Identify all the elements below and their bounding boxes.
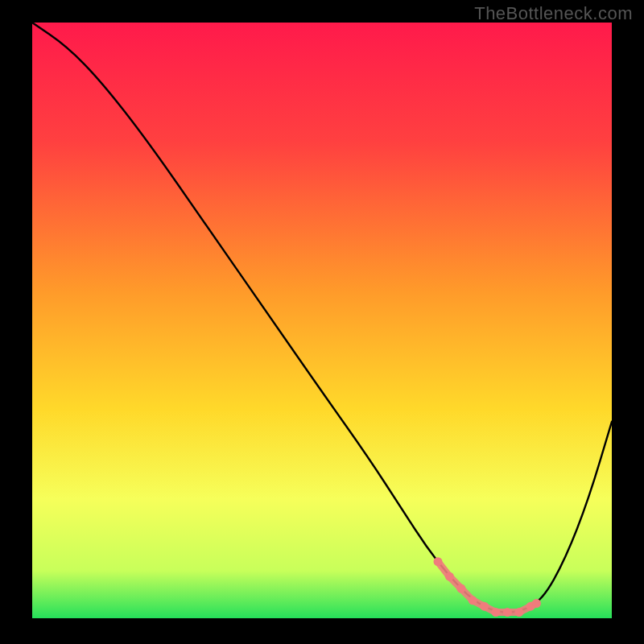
watermark-text: TheBottleneck.com — [474, 3, 633, 24]
chart-frame: TheBottleneck.com — [0, 0, 644, 644]
chart-plot — [32, 23, 612, 618]
chart-svg — [32, 23, 612, 618]
optimum-marker — [532, 599, 541, 608]
gradient-background — [32, 23, 612, 618]
